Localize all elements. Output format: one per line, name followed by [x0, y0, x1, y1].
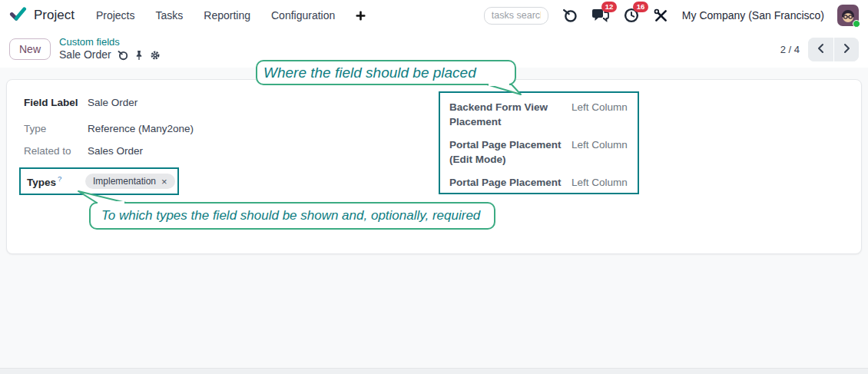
app-menu: Projects Tasks Reporting Configuration	[96, 9, 366, 22]
app-brand[interactable]: Project	[9, 5, 75, 26]
avatar[interactable]	[837, 5, 859, 26]
placement-fields-highlight: Backend Form View Placement Left Column …	[439, 91, 639, 194]
related-to-value[interactable]: Sales Order	[88, 145, 143, 157]
portal-edit-placement-value[interactable]: Left Column	[571, 138, 628, 167]
types-label: Types?	[27, 174, 85, 188]
bottom-scrollbar-strip[interactable]	[0, 368, 868, 374]
pager: 2 / 4	[780, 38, 859, 61]
field-row: Field Label Sale Order	[24, 97, 137, 108]
menu-reporting[interactable]: Reporting	[204, 9, 250, 22]
tag-remove-icon[interactable]: ×	[161, 177, 167, 187]
odoo-project-window: Project Projects Tasks Reporting Configu…	[0, 0, 868, 374]
breadcrumb: Custom fields Sale Order	[59, 36, 161, 62]
tasks-search-input[interactable]	[484, 7, 548, 25]
placement-callout-text: Where the field should be placed	[263, 65, 476, 81]
portal-placement-label: Portal Page Placement	[449, 176, 565, 190]
plus-icon[interactable]	[356, 11, 366, 21]
field-row: Portal Page Placement (Edit Mode) Left C…	[449, 138, 628, 167]
menu-projects[interactable]: Projects	[96, 9, 135, 22]
types-field-highlight: Types? Implementation ×	[19, 167, 179, 195]
field-label-label: Field Label	[24, 97, 88, 108]
type-tag[interactable]: Implementation ×	[85, 174, 175, 189]
app-name[interactable]: Project	[34, 8, 75, 23]
types-callout-text: To which types the field should be shown…	[101, 208, 480, 223]
help-question-icon[interactable]: ?	[58, 174, 61, 183]
systray: 12 16 My Company (San Francisco)	[484, 5, 859, 26]
portal-placement-value[interactable]: Left Column	[571, 176, 628, 190]
placement-callout-bubble: Where the field should be placed	[256, 60, 516, 85]
field-row: Portal Page Placement Left Column	[449, 176, 628, 190]
field-row: Related to Sales Order	[24, 145, 143, 157]
new-button[interactable]: New	[9, 38, 51, 60]
menu-tasks[interactable]: Tasks	[156, 9, 184, 22]
tag-label: Implementation	[93, 176, 156, 187]
backend-placement-label: Backend Form View Placement	[449, 101, 565, 130]
menu-configuration[interactable]: Configuration	[271, 9, 335, 22]
activities-icon[interactable]: 16	[623, 7, 640, 24]
type-label: Type	[24, 123, 88, 134]
type-value[interactable]: Reference (Many2one)	[88, 123, 194, 134]
breadcrumb-current: Sale Order	[59, 48, 111, 62]
pager-next-button[interactable]	[833, 38, 859, 61]
gear-icon[interactable]	[150, 50, 161, 61]
record-status-icon[interactable]	[118, 50, 128, 61]
pager-counter: 2 / 4	[780, 44, 800, 55]
portal-edit-placement-label: Portal Page Placement (Edit Mode)	[449, 138, 565, 167]
field-row: Type Reference (Many2one)	[24, 123, 194, 134]
field-row: Backend Form View Placement Left Column	[449, 101, 628, 130]
online-status-dot	[853, 20, 860, 28]
related-to-label: Related to	[24, 145, 88, 157]
messages-badge: 12	[601, 2, 618, 12]
presence-icon[interactable]	[562, 7, 578, 24]
chevron-right-icon	[843, 43, 851, 56]
odoo-logo-icon	[9, 5, 27, 26]
tools-icon[interactable]	[653, 8, 669, 24]
breadcrumb-parent-link[interactable]: Custom fields	[59, 36, 161, 48]
types-callout-bubble: To which types the field should be shown…	[89, 202, 495, 230]
field-label-value[interactable]: Sale Order	[88, 97, 137, 108]
pin-icon[interactable]	[134, 50, 144, 61]
chevron-left-icon	[817, 43, 825, 56]
top-navbar: Project Projects Tasks Reporting Configu…	[0, 0, 868, 31]
messages-icon[interactable]: 12	[591, 7, 610, 24]
pager-previous-button[interactable]	[808, 38, 833, 61]
activities-badge: 16	[633, 2, 649, 12]
backend-placement-value[interactable]: Left Column	[571, 101, 628, 130]
company-switcher[interactable]: My Company (San Francisco)	[682, 9, 824, 22]
